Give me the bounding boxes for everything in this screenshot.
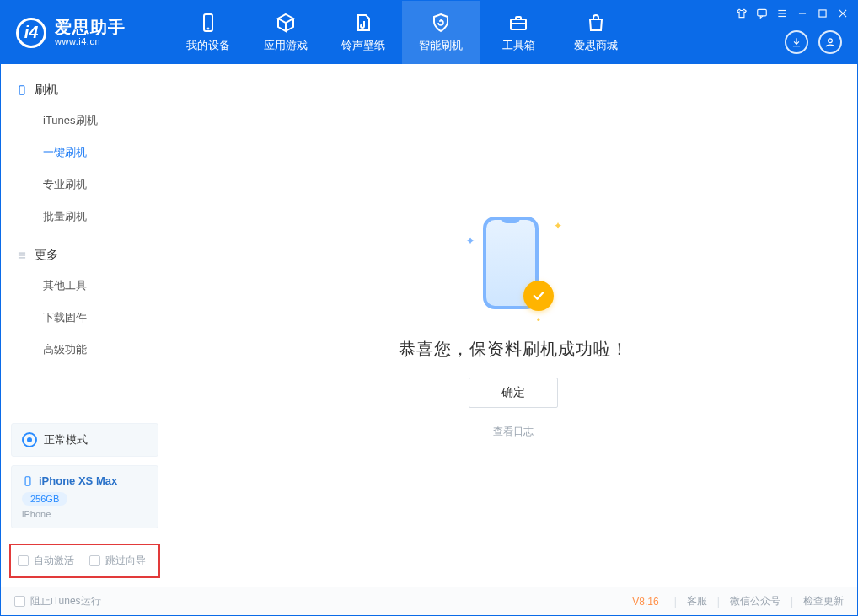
- phone-notch-icon: [501, 217, 520, 223]
- cube-icon: [276, 13, 296, 33]
- checkbox-box-icon: [89, 555, 100, 566]
- logo-text: 爱思助手 www.i4.cn: [55, 18, 126, 46]
- sparkle-icon: •: [537, 314, 540, 326]
- svg-rect-13: [19, 86, 24, 95]
- list-icon: [16, 249, 28, 261]
- logo-icon: i4: [16, 18, 46, 48]
- account-button[interactable]: [818, 30, 842, 54]
- mode-status-icon: [22, 432, 37, 447]
- checkbox-label: 自动激活: [34, 554, 74, 568]
- main-nav: 我的设备 应用游戏 铃声壁纸 智能刷机 工具箱 爱思商城: [169, 1, 635, 64]
- user-icon: [824, 36, 836, 48]
- separator: |: [674, 596, 677, 608]
- nav-store[interactable]: 爱思商城: [557, 1, 635, 64]
- phone-icon: [198, 13, 218, 33]
- checkbox-label: 阻止iTunes运行: [30, 594, 101, 608]
- svg-rect-4: [758, 9, 767, 16]
- sidebar-item-oneclick-flash[interactable]: 一键刷机: [1, 137, 169, 169]
- sidebar-item-other-tools[interactable]: 其他工具: [1, 270, 169, 302]
- body: 刷机 iTunes刷机 一键刷机 专业刷机 批量刷机 更多: [1, 64, 857, 587]
- version-label: V8.16: [632, 596, 658, 608]
- sidebar-item-advanced[interactable]: 高级功能: [1, 334, 169, 366]
- svg-rect-17: [25, 476, 30, 485]
- view-log-link[interactable]: 查看日志: [493, 425, 534, 439]
- ok-button[interactable]: 确定: [469, 378, 558, 408]
- checkbox-box-icon: [14, 596, 25, 607]
- svg-rect-9: [819, 10, 826, 17]
- header: i4 爱思助手 www.i4.cn 我的设备 应用游戏 铃声壁纸 智能刷机: [1, 1, 857, 64]
- success-message: 恭喜您，保资料刷机成功啦！: [399, 338, 629, 361]
- device-area: 正常模式 iPhone XS Max 256GB iPhone: [1, 423, 169, 538]
- checkbox-auto-activate[interactable]: 自动激活: [18, 554, 74, 568]
- footer-link-support[interactable]: 客服: [687, 594, 707, 608]
- svg-point-12: [829, 39, 833, 43]
- feedback-icon[interactable]: [756, 8, 768, 19]
- download-button[interactable]: [785, 30, 808, 54]
- nav-label: 铃声壁纸: [341, 38, 385, 53]
- close-icon[interactable]: [837, 8, 849, 19]
- svg-point-1: [207, 28, 209, 29]
- sidebar-item-pro-flash[interactable]: 专业刷机: [1, 169, 169, 201]
- sidebar-section-more: 更多 其他工具 下载固件 高级功能: [1, 241, 169, 366]
- footer-right: V8.16 | 客服 | 微信公众号 | 检查更新: [632, 594, 844, 608]
- sparkle-icon: ✦: [554, 220, 562, 232]
- options-highlight-box: 自动激活 跳过向导: [9, 544, 160, 578]
- nav-label: 应用游戏: [264, 38, 308, 53]
- nav-label: 智能刷机: [419, 38, 463, 53]
- nav-apps-games[interactable]: 应用游戏: [247, 1, 324, 64]
- device-name-row: iPhone XS Max: [22, 474, 147, 487]
- maximize-icon[interactable]: [817, 8, 829, 19]
- nav-label: 我的设备: [186, 38, 230, 53]
- separator: |: [717, 596, 720, 608]
- checkbox-label: 跳过向导: [105, 554, 146, 568]
- phone-small-icon: [16, 84, 28, 96]
- sparkle-icon: ✦: [466, 235, 475, 247]
- sidebar: 刷机 iTunes刷机 一键刷机 专业刷机 批量刷机 更多: [1, 64, 169, 587]
- minimize-icon[interactable]: [796, 8, 808, 19]
- nav-label: 工具箱: [502, 38, 535, 53]
- music-file-icon: [353, 13, 373, 33]
- checkbox-skip-guide[interactable]: 跳过向导: [89, 554, 146, 568]
- toolbox-icon: [508, 13, 528, 33]
- menu-icon[interactable]: [776, 8, 788, 19]
- sidebar-item-itunes-flash[interactable]: iTunes刷机: [1, 104, 169, 137]
- app-title: 爱思助手: [55, 18, 126, 36]
- main-content: ✦ ✦ • 恭喜您，保资料刷机成功啦！ 确定 查看日志: [169, 64, 857, 587]
- nav-ringtone-wallpaper[interactable]: 铃声壁纸: [324, 1, 402, 64]
- header-actions: [785, 30, 842, 54]
- mode-box[interactable]: 正常模式: [11, 423, 158, 457]
- separator: |: [791, 596, 793, 608]
- device-type: iPhone: [22, 509, 147, 519]
- nav-toolbox[interactable]: 工具箱: [480, 1, 557, 64]
- footer-link-check-update[interactable]: 检查更新: [803, 594, 844, 608]
- mode-label: 正常模式: [44, 432, 88, 447]
- device-phone-icon: [22, 475, 34, 487]
- sidebar-section-flash: 刷机 iTunes刷机 一键刷机 专业刷机 批量刷机: [1, 76, 169, 233]
- sidebar-item-download-firmware[interactable]: 下载固件: [1, 302, 169, 334]
- logo-area: i4 爱思助手 www.i4.cn: [1, 1, 169, 64]
- footer-link-wechat[interactable]: 微信公众号: [730, 594, 780, 608]
- bag-icon: [586, 13, 606, 33]
- sidebar-head-flash: 刷机: [1, 76, 169, 104]
- device-capacity: 256GB: [22, 492, 67, 506]
- sidebar-title: 刷机: [35, 83, 58, 98]
- sidebar-head-more: 更多: [1, 241, 169, 270]
- download-icon: [791, 36, 802, 48]
- app-subtitle: www.i4.cn: [55, 36, 126, 46]
- checkbox-block-itunes[interactable]: 阻止iTunes运行: [14, 594, 101, 608]
- nav-label: 爱思商城: [574, 38, 618, 53]
- sidebar-item-batch-flash[interactable]: 批量刷机: [1, 201, 169, 233]
- sidebar-scroll: 刷机 iTunes刷机 一键刷机 专业刷机 批量刷机 更多: [1, 64, 169, 423]
- app-window: i4 爱思助手 www.i4.cn 我的设备 应用游戏 铃声壁纸 智能刷机: [0, 0, 858, 616]
- nav-my-device[interactable]: 我的设备: [169, 1, 247, 64]
- titlebar-controls: [736, 8, 849, 19]
- checkbox-box-icon: [18, 555, 29, 566]
- check-badge-icon: [523, 281, 554, 311]
- footer: 阻止iTunes运行 V8.16 | 客服 | 微信公众号 | 检查更新: [1, 587, 857, 615]
- device-name: iPhone XS Max: [39, 474, 117, 487]
- shield-refresh-icon: [431, 13, 451, 33]
- device-box[interactable]: iPhone XS Max 256GB iPhone: [11, 465, 158, 528]
- tshirt-icon[interactable]: [736, 8, 748, 19]
- nav-smart-flash[interactable]: 智能刷机: [402, 1, 480, 64]
- success-illustration: ✦ ✦ •: [463, 212, 564, 321]
